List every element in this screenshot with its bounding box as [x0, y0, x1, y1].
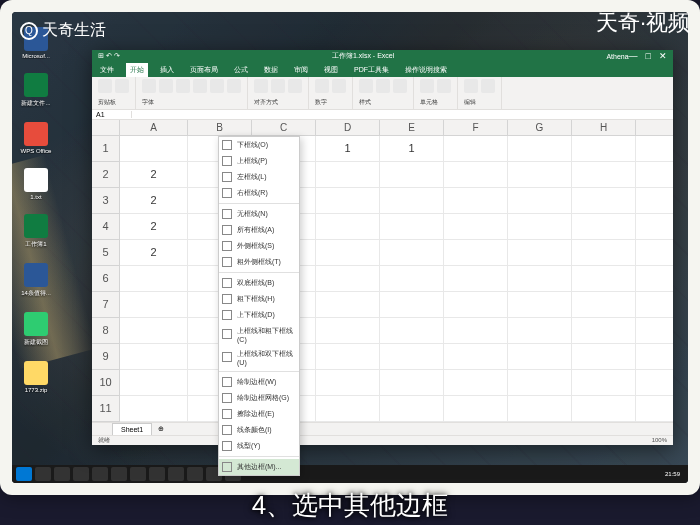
cell[interactable] — [316, 318, 380, 343]
add-sheet-button[interactable]: ⊕ — [158, 425, 164, 433]
cell[interactable] — [316, 214, 380, 239]
cell[interactable] — [444, 266, 508, 291]
cell[interactable] — [508, 344, 572, 369]
ribbon-cells[interactable]: 单元格 — [414, 77, 458, 109]
menu-draw-border[interactable]: 绘制边框(W) — [219, 374, 299, 390]
tab-data[interactable]: 数据 — [260, 63, 282, 77]
tab-pdf[interactable]: PDF工具集 — [350, 63, 393, 77]
cell[interactable] — [316, 188, 380, 213]
cell[interactable] — [572, 318, 636, 343]
menu-more-borders[interactable]: 其他边框(M)... — [219, 459, 299, 475]
cell[interactable] — [572, 266, 636, 291]
cell[interactable] — [316, 292, 380, 317]
col-header[interactable]: G — [508, 120, 572, 135]
select-all-corner[interactable] — [92, 120, 119, 136]
cell[interactable] — [120, 318, 188, 343]
desktop-icon[interactable]: 工作簿1 — [20, 214, 52, 249]
cell[interactable] — [444, 344, 508, 369]
menu-top-bottom[interactable]: 上下框线(D) — [219, 307, 299, 323]
row-header[interactable]: 11 — [92, 396, 119, 422]
cell[interactable] — [120, 292, 188, 317]
menu-top-thick-bottom[interactable]: 上框线和粗下框线(C) — [219, 323, 299, 346]
taskbar-search[interactable] — [35, 467, 51, 481]
taskbar-item[interactable] — [54, 467, 70, 481]
taskbar-item[interactable] — [111, 467, 127, 481]
tab-formula[interactable]: 公式 — [230, 63, 252, 77]
tab-view[interactable]: 视图 — [320, 63, 342, 77]
cell[interactable] — [508, 240, 572, 265]
taskbar-item[interactable] — [130, 467, 146, 481]
col-header[interactable]: A — [120, 120, 188, 135]
row-header[interactable]: 9 — [92, 344, 119, 370]
taskbar-clock[interactable]: 21:59 — [661, 471, 684, 477]
desktop-icon[interactable]: 14条值得... — [20, 263, 52, 298]
tab-layout[interactable]: 页面布局 — [186, 63, 222, 77]
window-titlebar[interactable]: ⊞ ↶ ↷ 工作簿1.xlsx - Excel Athena — □ ✕ — [92, 50, 673, 63]
cell[interactable]: 2 — [120, 188, 188, 213]
taskbar-item[interactable] — [73, 467, 89, 481]
cell[interactable] — [380, 292, 444, 317]
menu-bottom-border[interactable]: 下框线(O) — [219, 137, 299, 153]
cell[interactable] — [444, 188, 508, 213]
ribbon-styles[interactable]: 样式 — [353, 77, 414, 109]
cell[interactable] — [508, 266, 572, 291]
cell[interactable] — [444, 136, 508, 161]
cell[interactable]: 2 — [120, 240, 188, 265]
cell[interactable] — [444, 396, 508, 421]
desktop-icon[interactable]: 1773.zip — [20, 361, 52, 393]
user-name[interactable]: Athena — [606, 53, 628, 60]
row-header[interactable]: 2 — [92, 162, 119, 188]
cell[interactable] — [572, 344, 636, 369]
tab-file[interactable]: 文件 — [96, 63, 118, 77]
menu-draw-grid[interactable]: 绘制边框网格(G) — [219, 390, 299, 406]
col-header[interactable]: H — [572, 120, 636, 135]
col-header[interactable]: B — [188, 120, 252, 135]
taskbar-item[interactable] — [92, 467, 108, 481]
cell[interactable] — [380, 266, 444, 291]
taskbar-item[interactable] — [168, 467, 184, 481]
zoom-level[interactable]: 100% — [652, 437, 667, 443]
cell[interactable] — [444, 214, 508, 239]
maximize-button[interactable]: □ — [646, 51, 651, 61]
cell[interactable]: 2 — [120, 214, 188, 239]
menu-no-border[interactable]: 无框线(N) — [219, 206, 299, 222]
cell[interactable] — [380, 396, 444, 421]
cell[interactable] — [120, 370, 188, 395]
name-box[interactable]: A1 — [92, 111, 132, 118]
col-header[interactable]: D — [316, 120, 380, 135]
row-header[interactable]: 6 — [92, 266, 119, 292]
cell[interactable] — [572, 370, 636, 395]
row-header[interactable]: 8 — [92, 318, 119, 344]
ribbon-clipboard[interactable]: 剪贴板 — [92, 77, 136, 109]
cell[interactable]: 1 — [380, 136, 444, 161]
row-header[interactable]: 4 — [92, 214, 119, 240]
cell[interactable] — [120, 396, 188, 421]
cell[interactable] — [120, 136, 188, 161]
cell[interactable] — [316, 344, 380, 369]
row-header[interactable]: 5 — [92, 240, 119, 266]
cell[interactable] — [572, 214, 636, 239]
cell[interactable] — [508, 370, 572, 395]
cell[interactable] — [572, 396, 636, 421]
cell[interactable] — [316, 370, 380, 395]
cell[interactable] — [572, 240, 636, 265]
cell[interactable] — [508, 162, 572, 187]
cell[interactable] — [508, 318, 572, 343]
cell[interactable] — [444, 370, 508, 395]
cell[interactable] — [380, 214, 444, 239]
cell[interactable] — [380, 318, 444, 343]
ribbon-number[interactable]: 数字 — [309, 77, 353, 109]
row-header[interactable]: 1 — [92, 136, 119, 162]
row-header[interactable]: 10 — [92, 370, 119, 396]
tell-me[interactable]: 操作说明搜索 — [401, 63, 451, 77]
row-header[interactable]: 7 — [92, 292, 119, 318]
tab-home[interactable]: 开始 — [126, 63, 148, 77]
cell[interactable] — [444, 318, 508, 343]
close-button[interactable]: ✕ — [659, 51, 667, 61]
cell[interactable] — [380, 344, 444, 369]
row-header[interactable]: 3 — [92, 188, 119, 214]
tab-insert[interactable]: 插入 — [156, 63, 178, 77]
quick-access[interactable]: ⊞ ↶ ↷ — [98, 52, 120, 60]
cell[interactable] — [316, 266, 380, 291]
desktop-icon[interactable]: 1.txt — [20, 168, 52, 200]
